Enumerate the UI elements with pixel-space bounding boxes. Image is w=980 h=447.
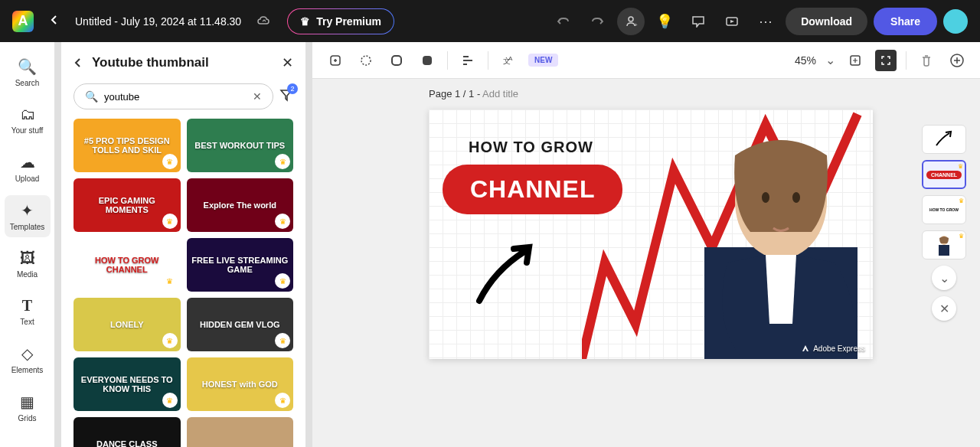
translate-icon[interactable]: 文A — [498, 50, 519, 71]
filter-button[interactable]: 2 — [279, 88, 293, 106]
upload-icon: ☁ — [20, 153, 35, 171]
premium-badge-icon: ♛ — [958, 163, 963, 170]
folder-icon: 🗂 — [20, 106, 35, 123]
add-page-icon[interactable] — [946, 50, 968, 71]
svg-text:A: A — [508, 55, 513, 62]
template-search-box[interactable]: 🔍 ✕ — [74, 83, 273, 109]
rail-grids[interactable]: ▦Grids — [5, 387, 51, 429]
filter-count-badge: 2 — [287, 83, 298, 94]
invite-button[interactable]: + — [617, 8, 645, 35]
fit-icon[interactable] — [844, 50, 866, 71]
layer-arrow[interactable] — [922, 125, 966, 154]
app-logo[interactable]: A — [12, 11, 34, 32]
elements-icon: ◇ — [21, 344, 33, 363]
template-card[interactable]: EPIC GAMING MOMENTS♛ — [74, 178, 181, 232]
premium-badge-icon: ♛ — [162, 154, 178, 169]
search-clear-button[interactable]: ✕ — [253, 90, 262, 103]
lightbulb-icon[interactable]: 💡 — [651, 8, 678, 35]
template-grid: #5 PRO TIPS DESIGN TOLLS AND SKIL♛BEST W… — [61, 119, 305, 447]
svg-point-4 — [361, 56, 371, 65]
rail-scrollbar[interactable] — [55, 42, 61, 447]
undo-button[interactable] — [550, 8, 577, 35]
grids-icon: ▦ — [20, 393, 34, 411]
rail-templates[interactable]: ✦Templates — [5, 195, 51, 237]
new-badge: NEW — [528, 54, 558, 67]
try-premium-button[interactable]: ♛ Try Premium — [287, 8, 394, 34]
panel-close-button[interactable]: ✕ — [282, 54, 293, 71]
shape-fill-icon[interactable] — [416, 50, 438, 71]
svg-rect-6 — [423, 56, 432, 65]
canvas-area: 文A NEW 45% ⌄ Page 1 / 1 - Add title HOW … — [312, 42, 980, 447]
template-card[interactable]: #5 PRO TIPS DESIGN TOLLS AND SKIL♛ — [74, 119, 181, 172]
rail-elements[interactable]: ◇Elements — [5, 338, 51, 380]
template-card[interactable]: ♛ — [187, 417, 294, 447]
document-title[interactable]: Untitled - July 19, 2024 at 11.48.30 — [75, 15, 241, 28]
premium-badge-icon: ♛ — [275, 214, 290, 229]
layers-close-button[interactable]: ✕ — [932, 296, 956, 321]
page-label: Page 1 / 1 - — [429, 88, 482, 100]
premium-badge-icon: ♛ — [162, 333, 178, 348]
more-icon[interactable]: ⋯ — [752, 8, 779, 35]
channel-badge[interactable]: CHANNEL — [443, 165, 622, 214]
premium-badge-icon: ♛ — [959, 233, 964, 240]
template-card[interactable]: FREE LIVE STREAMING GAME♛ — [187, 238, 294, 292]
media-icon: 🖼 — [20, 250, 35, 267]
rail-search[interactable]: 🔍Search — [5, 51, 51, 93]
premium-badge-icon: ♛ — [275, 273, 290, 289]
rail-media[interactable]: 🖼Media — [5, 243, 51, 285]
download-button[interactable]: Download — [786, 8, 867, 35]
template-card[interactable]: DANCE CLASS♛ — [74, 417, 181, 447]
premium-badge-icon: ♛ — [275, 393, 290, 408]
crop-icon[interactable] — [325, 50, 346, 71]
premium-badge-icon: ♛ — [275, 154, 290, 169]
share-button[interactable]: Share — [874, 8, 937, 35]
template-card[interactable]: LONELY♛ — [74, 298, 181, 351]
rail-upload[interactable]: ☁Upload — [5, 147, 51, 189]
layers-expand-button[interactable]: ⌄ — [932, 266, 956, 290]
present-icon[interactable] — [718, 8, 746, 35]
effects-icon[interactable] — [355, 50, 377, 71]
search-icon: 🔍 — [18, 57, 37, 76]
template-card[interactable]: EVERYONE NEEDS TO KNOW THIS♛ — [74, 357, 181, 411]
zoom-level[interactable]: 45% — [795, 54, 816, 67]
page-info: Page 1 / 1 - Add title — [429, 88, 518, 100]
layers-panel: CHANNEL♛ HOW TO GROW♛ ♛ ⌄ ✕ — [922, 125, 966, 321]
arrow-graphic[interactable] — [472, 240, 541, 308]
template-card[interactable]: Explore The world♛ — [187, 178, 294, 232]
template-card[interactable]: BEST WORKOUT TIPS♛ — [187, 119, 294, 172]
zoom-dropdown[interactable]: ⌄ — [825, 53, 835, 67]
shape-outline-icon[interactable] — [386, 50, 407, 71]
template-card[interactable]: HONEST with GOD♛ — [187, 357, 294, 411]
panel-title: Youtube thumbnail — [92, 55, 273, 70]
resize-icon[interactable] — [875, 50, 897, 71]
person-image[interactable] — [658, 109, 873, 359]
templates-icon: ✦ — [21, 201, 34, 220]
svg-rect-16 — [939, 245, 949, 256]
rail-text[interactable]: TText — [5, 291, 51, 332]
back-button[interactable] — [43, 10, 66, 32]
panel-scrollbar[interactable] — [306, 42, 312, 447]
user-avatar[interactable] — [943, 9, 968, 34]
layer-channel[interactable]: CHANNEL♛ — [922, 160, 966, 189]
design-canvas[interactable]: HOW TO GROW CHANNEL — [429, 109, 873, 359]
layer-how-to-grow[interactable]: HOW TO GROW♛ — [922, 195, 966, 224]
canvas-body[interactable]: Page 1 / 1 - Add title HOW TO GROW CHANN… — [312, 79, 980, 447]
layer-person[interactable]: ♛ — [922, 230, 966, 259]
cloud-sync-icon[interactable] — [256, 15, 272, 28]
canvas-toolbar: 文A NEW 45% ⌄ — [312, 42, 980, 79]
template-card[interactable]: HOW TO GROW CHANNEL♛ — [74, 238, 181, 292]
premium-label: Try Premium — [316, 15, 381, 28]
svg-text:+: + — [634, 21, 638, 28]
delete-icon[interactable] — [916, 50, 937, 71]
align-icon[interactable] — [457, 50, 479, 71]
how-to-grow-text[interactable]: HOW TO GROW — [469, 139, 593, 156]
svg-rect-5 — [392, 56, 401, 65]
comment-icon[interactable] — [684, 8, 712, 35]
template-search-input[interactable] — [104, 91, 247, 103]
add-title-placeholder[interactable]: Add title — [482, 88, 518, 100]
redo-button[interactable] — [583, 8, 611, 35]
panel-back-button[interactable] — [74, 55, 83, 71]
watermark: Adobe Express — [801, 344, 865, 353]
rail-your-stuff[interactable]: 🗂Your stuff — [5, 100, 51, 141]
template-card[interactable]: HIDDEN GEM VLOG♛ — [187, 298, 294, 351]
